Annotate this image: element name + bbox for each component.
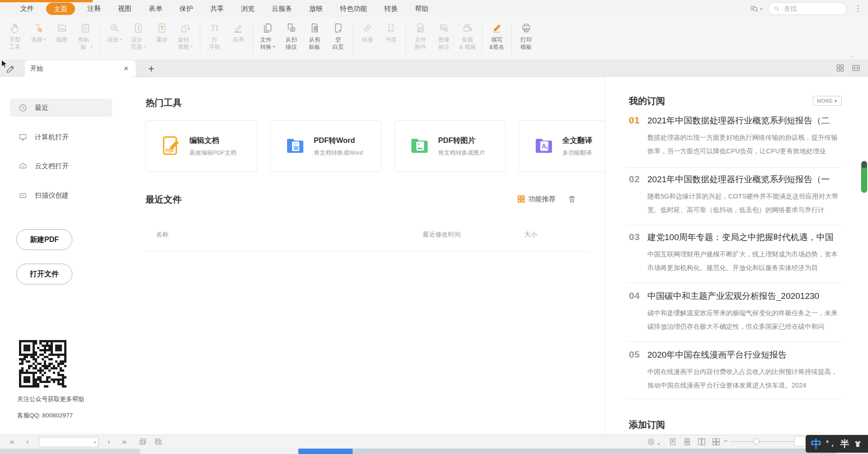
subscription-title[interactable]: 建党100周年专题：变局之中把握时代机遇，中国 bbox=[647, 232, 844, 243]
tool-link[interactable]: 链接 bbox=[356, 17, 379, 60]
next-page-button[interactable]: › bbox=[108, 435, 110, 449]
subscription-title[interactable]: 2020年中国在线漫画平台行业短报告 bbox=[647, 349, 844, 361]
sidebar-item-recent[interactable]: 最近 bbox=[10, 99, 112, 117]
previous-view-icon[interactable] bbox=[138, 437, 147, 446]
menu-convert[interactable]: 转换 bbox=[376, 0, 406, 17]
menu-protect[interactable]: 保护 bbox=[171, 0, 202, 17]
ime-width-indicator[interactable]: 半 bbox=[840, 438, 849, 450]
tool-fill-sign[interactable]: 填写 &签名 bbox=[485, 17, 509, 60]
tool-fit-page[interactable]: 适合 页面 bbox=[127, 17, 150, 60]
page-number-input[interactable] bbox=[39, 439, 92, 445]
tab-start[interactable]: 开始 × bbox=[25, 60, 136, 77]
tool-bookmark[interactable]: 书签 bbox=[379, 17, 403, 60]
tool-zoom[interactable]: 缩放 bbox=[103, 17, 127, 60]
column-modified[interactable]: 最近修改时间 bbox=[423, 231, 461, 239]
search-input[interactable] bbox=[783, 5, 830, 13]
tool-image-annotation[interactable]: 图像 标注 bbox=[432, 17, 456, 60]
tool-typewriter[interactable]: TI 打 字机 bbox=[203, 17, 226, 60]
menu-help[interactable]: 帮助 bbox=[406, 0, 437, 17]
recent-files-title: 最近文件 bbox=[146, 194, 182, 206]
scrollbar-thumb[interactable] bbox=[861, 161, 867, 193]
tool-reflow[interactable]: 重排 bbox=[150, 17, 174, 60]
close-tab-icon[interactable]: × bbox=[122, 64, 130, 73]
menu-form[interactable]: 表单 bbox=[140, 0, 171, 17]
menu-comment[interactable]: 注释 bbox=[79, 0, 109, 17]
card-pdf-to-word[interactable]: W PDF转Word 将文档转换成Word bbox=[270, 120, 382, 172]
feature-recommend-button[interactable]: 功能推荐 bbox=[517, 195, 556, 203]
subscription-item[interactable]: 03 建党100周年专题：变局之中把握时代机遇，中国 中国互联网理财用户规模不断… bbox=[629, 232, 844, 274]
snapshot-icon bbox=[56, 21, 68, 35]
zoom-percent-box[interactable] bbox=[794, 436, 807, 446]
sidebar-item-open-cloud[interactable]: 云文档打开 bbox=[10, 157, 112, 175]
menu-share[interactable]: 共享 bbox=[202, 0, 232, 17]
menu-browse[interactable]: 浏览 bbox=[232, 0, 263, 17]
blank-page-icon bbox=[332, 21, 344, 35]
view-grid-icon[interactable] bbox=[835, 63, 845, 73]
subscription-title[interactable]: 2021年中国数据处理器行业概览系列短报告（一 bbox=[647, 174, 844, 185]
tool-clipboard[interactable]: 剪贴 板 bbox=[74, 17, 97, 60]
subscription-item[interactable]: 05 2020年中国在线漫画平台行业短报告 中国在线漫画平台内容付费收入占总收入… bbox=[629, 349, 844, 392]
tool-file-convert[interactable]: 文件 转换 bbox=[256, 17, 279, 60]
menu-home[interactable]: 主页 bbox=[46, 3, 75, 15]
first-page-button[interactable]: « bbox=[10, 435, 14, 449]
cloud-icon bbox=[18, 161, 28, 171]
open-file-button[interactable]: 打开文件 bbox=[16, 264, 72, 284]
toolbar-group-view: 缩放 适合 页面 重排 旋转 视图 bbox=[102, 17, 198, 60]
tool-print-template[interactable]: 打印 模板 bbox=[514, 17, 538, 60]
tool-snapshot[interactable]: 截图 bbox=[50, 17, 74, 60]
new-tab-button[interactable]: + bbox=[146, 62, 157, 76]
layout-single-page-icon[interactable] bbox=[668, 437, 677, 446]
ime-lang-indicator[interactable]: 中 bbox=[811, 439, 822, 449]
collapse-toolbar-button[interactable] bbox=[848, 53, 856, 60]
sidebar-item-create-scanner[interactable]: 扫描仪创建 bbox=[10, 186, 112, 204]
prev-page-button[interactable]: ‹ bbox=[26, 435, 29, 449]
tool-blank-page[interactable]: 空 白页 bbox=[326, 17, 350, 60]
mouse-cursor-icon bbox=[0, 59, 10, 69]
tool-select[interactable]: 选择 bbox=[27, 17, 50, 60]
subscription-item[interactable]: 01 2021年中国数据处理器行业概览系列短报告（二 数据处理器的出现一方面更好… bbox=[629, 115, 844, 158]
page-number-combo[interactable] bbox=[39, 437, 99, 447]
tool-from-clipboard[interactable]: 从剪 贴板 bbox=[303, 17, 326, 60]
layout-facing-icon[interactable] bbox=[697, 437, 706, 446]
column-size[interactable]: 大小 bbox=[524, 231, 537, 239]
ime-punctuation-indicator[interactable]: °， bbox=[826, 439, 836, 449]
tool-highlight[interactable]: 高亮 bbox=[226, 17, 250, 60]
menu-view[interactable]: 视图 bbox=[109, 0, 140, 17]
zoom-out-button[interactable]: − bbox=[723, 435, 728, 448]
next-view-icon[interactable] bbox=[154, 437, 163, 446]
panel-toggle-icon[interactable] bbox=[851, 63, 861, 73]
zoom-slider-handle[interactable] bbox=[753, 438, 760, 445]
menu-cloud-service[interactable]: 云服务 bbox=[263, 0, 301, 17]
subscription-title[interactable]: 2021年中国数据处理器行业概览系列短报告（二 bbox=[647, 115, 844, 127]
overflow-menu-button[interactable]: ⋮ bbox=[852, 0, 863, 17]
subscription-item[interactable]: 04 中国碳中和主题产业宏观分析报告_20201230 碳中和是缓解温室效应带来… bbox=[629, 290, 844, 333]
layout-continuous-icon[interactable] bbox=[683, 437, 692, 446]
ime-status-bar[interactable]: 中 °， 半 bbox=[806, 435, 868, 453]
tool-rotate-view[interactable]: 旋转 视图 bbox=[174, 17, 197, 60]
menu-featured[interactable]: 特色功能 bbox=[331, 0, 376, 17]
layout-facing-continuous-icon[interactable] bbox=[712, 437, 721, 446]
zoom-slider-track[interactable] bbox=[730, 441, 794, 442]
card-pdf-to-image[interactable]: PDF转图片 将文档转换成图片 bbox=[394, 120, 506, 172]
tool-file-attachment[interactable]: 文件 附件 bbox=[409, 17, 432, 60]
tool-from-scanner[interactable]: 从扫 描仪 bbox=[279, 17, 303, 60]
menu-file[interactable]: 文件 bbox=[12, 0, 42, 17]
new-pdf-button[interactable]: 新建PDF bbox=[16, 229, 72, 250]
sidebar-item-open-computer[interactable]: 计算机打开 bbox=[10, 128, 112, 146]
advanced-find-button[interactable] bbox=[749, 4, 763, 14]
tool-hand[interactable]: 手型 工具 bbox=[3, 17, 27, 60]
subscription-title[interactable]: 中国碳中和主题产业宏观分析报告_20201230 bbox=[647, 290, 844, 302]
subscription-item[interactable]: 02 2021年中国数据处理器行业概览系列短报告（一 随着5G和边缘计算的兴起，… bbox=[629, 174, 844, 217]
ime-skin-icon[interactable] bbox=[853, 439, 863, 449]
card-translate[interactable]: A中 全文翻译 多功能翻译 bbox=[519, 120, 604, 172]
clear-recent-trash-icon[interactable] bbox=[567, 194, 576, 203]
tool-audio-video[interactable]: 音频 & 视频 bbox=[456, 17, 479, 60]
more-button[interactable]: MORE bbox=[813, 96, 842, 106]
view-mode-eye-icon[interactable] bbox=[646, 437, 656, 446]
last-page-button[interactable]: » bbox=[122, 435, 126, 449]
menu-present[interactable]: 放映 bbox=[301, 0, 331, 17]
card-edit-document[interactable]: PDF 编辑文档 高效编辑PDF文档 bbox=[146, 120, 257, 172]
search-box[interactable] bbox=[768, 2, 847, 15]
column-name[interactable]: 名称 bbox=[156, 231, 169, 239]
menu-bar: 文件 主页 注释 视图 表单 保护 共享 浏览 云服务 放映 特色功能 转换 帮… bbox=[0, 0, 868, 17]
